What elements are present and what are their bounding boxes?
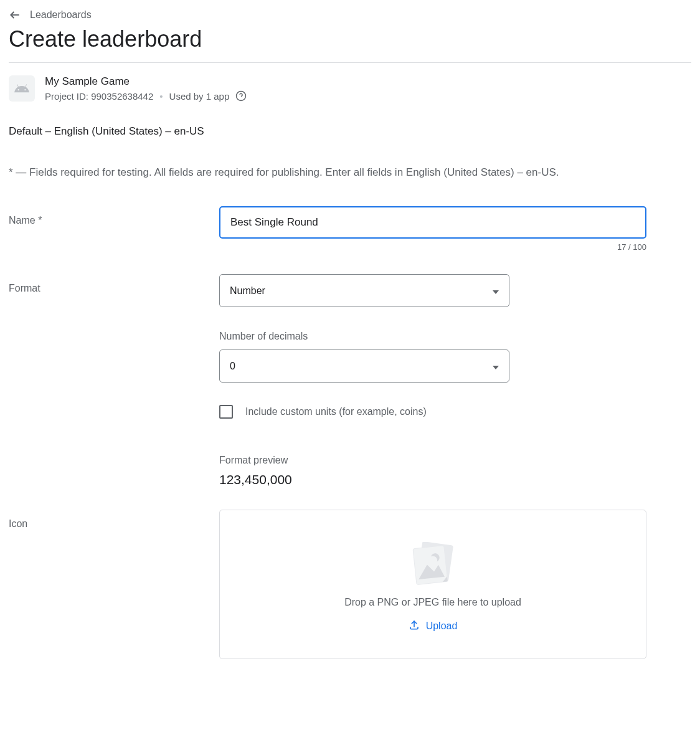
breadcrumb: Leaderboards <box>9 9 691 21</box>
upload-label: Upload <box>426 621 458 632</box>
fields-required-note: * — Fields required for testing. All fie… <box>9 166 691 179</box>
name-row: Name * 17 / 100 <box>9 206 691 252</box>
decimals-label: Number of decimals <box>219 331 646 342</box>
dropzone-text: Drop a PNG or JPEG file here to upload <box>344 597 521 608</box>
locale-text: Default – English (United States) – en-U… <box>9 125 691 138</box>
project-usage: Used by 1 app <box>169 91 230 102</box>
project-icon <box>9 75 35 102</box>
upload-icon <box>409 619 420 633</box>
decimals-value: 0 <box>230 361 235 372</box>
project-id: Project ID: 990352638442 <box>45 91 153 102</box>
android-icon <box>14 80 30 97</box>
project-name: My Sample Game <box>45 75 247 88</box>
upload-button[interactable]: Upload <box>409 619 458 633</box>
header-divider <box>9 62 691 63</box>
format-preview-value: 123,450,000 <box>219 472 646 487</box>
help-icon[interactable] <box>235 90 247 102</box>
format-value: Number <box>230 285 265 297</box>
format-row: Format Number Number of decimals 0 Inclu… <box>9 274 691 487</box>
caret-down-icon <box>493 361 499 372</box>
icon-dropzone[interactable]: Drop a PNG or JPEG file here to upload U… <box>219 510 646 659</box>
back-arrow-icon[interactable] <box>9 9 21 21</box>
svg-rect-4 <box>413 546 448 585</box>
name-input[interactable] <box>219 206 646 239</box>
caret-down-icon <box>493 285 499 297</box>
format-preview-label: Format preview <box>219 455 646 466</box>
custom-units-checkbox[interactable] <box>219 405 233 419</box>
meta-separator: • <box>159 91 163 102</box>
format-select[interactable]: Number <box>219 274 509 307</box>
page-title: Create leaderboard <box>9 26 691 52</box>
icon-label: Icon <box>9 510 219 530</box>
image-stack-icon <box>411 542 455 586</box>
custom-units-label: Include custom units (for example, coins… <box>245 406 427 417</box>
name-char-counter: 17 / 100 <box>219 242 646 252</box>
breadcrumb-label[interactable]: Leaderboards <box>30 9 92 21</box>
name-label: Name * <box>9 206 219 226</box>
project-summary: My Sample Game Project ID: 990352638442 … <box>9 75 691 102</box>
decimals-select[interactable]: 0 <box>219 350 509 383</box>
icon-row: Icon Drop a PNG or JPEG file her <box>9 510 691 659</box>
custom-units-row: Include custom units (for example, coins… <box>219 405 646 419</box>
format-label: Format <box>9 274 219 294</box>
